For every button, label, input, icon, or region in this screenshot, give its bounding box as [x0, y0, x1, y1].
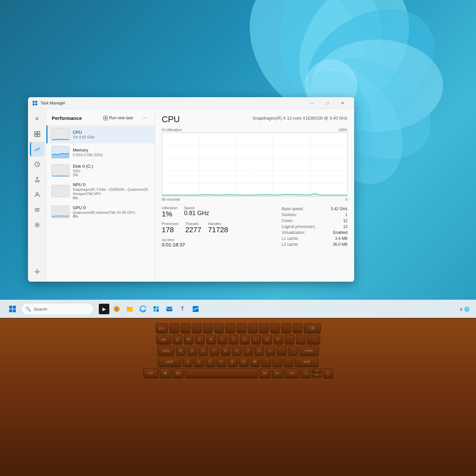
key-5[interactable] — [214, 323, 224, 333]
key-c[interactable]: C — [206, 357, 215, 366]
taskmanager-taskbar-icon[interactable] — [190, 303, 202, 315]
key-fn[interactable]: fn — [272, 368, 283, 378]
resource-item-npu[interactable]: NPU 0 Snapdragon(R) X Elite - X1E80100 –… — [46, 180, 155, 203]
key-o[interactable]: O — [263, 335, 272, 344]
key-x[interactable]: X — [194, 357, 204, 366]
key-space[interactable] — [185, 368, 258, 378]
key-7[interactable] — [237, 323, 246, 333]
sys-tray-icons: ∧ 🌐 — [460, 306, 469, 312]
minimize-button[interactable]: ─ — [305, 97, 320, 109]
key-backspace[interactable]: ⌫ — [304, 323, 321, 333]
run-new-task-button[interactable]: Run new task — [99, 114, 137, 122]
key-arrow-l[interactable]: ◁ — [301, 368, 310, 378]
key-a[interactable]: A — [176, 346, 185, 355]
sidebar-performance[interactable] — [30, 142, 44, 156]
sidebar-history[interactable] — [30, 157, 44, 172]
key-ctrl-r[interactable]: ctrl — [285, 368, 299, 378]
key-g[interactable]: G — [221, 346, 230, 355]
key-arrow-d[interactable]: ▽ — [312, 373, 322, 377]
resource-item-cpu[interactable]: CPU 1% 0.81 GHz — [46, 126, 155, 143]
sidebar: ≡ — [28, 109, 46, 282]
key-f[interactable]: F — [210, 346, 219, 355]
key-y[interactable]: Y — [229, 335, 238, 344]
key-enter[interactable]: enter — [299, 346, 319, 355]
key-w[interactable]: W — [184, 335, 193, 344]
sidebar-hamburger[interactable]: ≡ — [30, 112, 44, 126]
threads-value: 2277 — [185, 226, 201, 234]
key-0[interactable] — [270, 323, 280, 333]
sidebar-details[interactable] — [30, 203, 44, 217]
key-arrow-r[interactable]: ▷ — [323, 368, 333, 378]
key-equals[interactable] — [293, 323, 302, 333]
key-slash[interactable] — [284, 357, 293, 366]
sidebar-settings[interactable] — [30, 265, 44, 279]
key-minus[interactable] — [282, 323, 291, 333]
store-taskbar-icon[interactable] — [150, 303, 162, 315]
key-p[interactable]: P — [274, 335, 283, 344]
key-h[interactable]: H — [232, 346, 241, 355]
key-2[interactable] — [181, 323, 190, 333]
key-3[interactable] — [192, 323, 201, 333]
key-l[interactable]: L — [266, 346, 275, 355]
key-semicolon[interactable] — [277, 346, 286, 355]
key-8[interactable] — [248, 323, 257, 333]
key-r[interactable]: R — [207, 335, 216, 344]
resource-item-gpu[interactable]: GPU 0 Qualcomm(R) Adreno(TM) X1-85 GPU 0… — [46, 203, 155, 221]
key-alt-r[interactable]: alt — [260, 368, 270, 378]
key-ctrl-l[interactable]: ctrl — [144, 368, 158, 378]
key-m[interactable]: M — [250, 357, 260, 366]
key-k[interactable]: K — [255, 346, 264, 355]
edge-taskbar-icon[interactable] — [137, 303, 149, 315]
teams-taskbar-icon[interactable]: T — [177, 303, 188, 315]
maximize-button[interactable]: □ — [320, 97, 335, 109]
key-e[interactable]: E — [195, 335, 205, 344]
key-d[interactable]: D — [199, 346, 208, 355]
key-arrow-u[interactable]: △ — [312, 368, 322, 372]
key-4[interactable] — [203, 323, 212, 333]
key-z[interactable]: Z — [183, 357, 192, 366]
key-tab[interactable]: tab — [156, 335, 171, 344]
key-backslash[interactable] — [307, 335, 320, 344]
key-period[interactable] — [273, 357, 282, 366]
key-j[interactable]: J — [243, 346, 253, 355]
resource-item-memory[interactable]: Memory 5.0/15.5 GB (32%) — [46, 143, 155, 161]
key-i[interactable]: I — [251, 335, 261, 344]
key-6[interactable] — [226, 323, 235, 333]
network-icon[interactable]: 🌐 — [464, 307, 469, 312]
key-esc[interactable]: esc — [156, 323, 168, 333]
sidebar-startup[interactable] — [30, 172, 44, 187]
key-win[interactable]: ⊞ — [160, 368, 171, 378]
close-button[interactable]: ✕ — [335, 97, 350, 109]
terminal-taskbar-icon[interactable]: ▶ — [99, 304, 109, 314]
key-1[interactable] — [170, 323, 179, 333]
svg-rect-16 — [38, 134, 40, 137]
key-u[interactable]: U — [240, 335, 249, 344]
more-options-button[interactable]: ··· — [140, 113, 150, 123]
key-comma[interactable] — [262, 357, 271, 366]
sidebar-users[interactable] — [30, 187, 44, 202]
key-9[interactable] — [259, 323, 268, 333]
key-s[interactable]: S — [187, 346, 197, 355]
key-quote[interactable] — [288, 346, 297, 355]
chevron-up-icon[interactable]: ∧ — [460, 306, 463, 312]
key-bracket-r[interactable] — [296, 335, 305, 344]
key-caps[interactable]: caps — [158, 346, 174, 355]
key-n[interactable]: N — [239, 357, 248, 366]
key-bracket-l[interactable] — [285, 335, 294, 344]
files-taskbar-icon[interactable] — [124, 303, 136, 315]
start-button[interactable] — [7, 303, 18, 315]
browser1-taskbar-icon[interactable] — [111, 303, 123, 315]
outlook-taskbar-icon[interactable] — [163, 303, 175, 315]
key-shift-r[interactable]: shift — [295, 357, 318, 366]
sidebar-services[interactable] — [30, 218, 44, 232]
key-q[interactable]: Q — [173, 335, 182, 344]
key-alt-l[interactable]: alt — [173, 368, 183, 378]
key-b[interactable]: B — [228, 357, 237, 366]
resource-item-disk[interactable]: Disk 0 (C:) SSD 1% — [46, 161, 155, 180]
key-t[interactable]: T — [218, 335, 227, 344]
key-shift-l[interactable]: shift — [158, 357, 181, 366]
taskbar-search[interactable]: 🔍 Search — [21, 303, 94, 315]
key-v[interactable]: V — [217, 357, 226, 366]
sidebar-processes[interactable] — [30, 127, 44, 141]
taskbar-right: ∧ 🌐 — [460, 306, 469, 312]
